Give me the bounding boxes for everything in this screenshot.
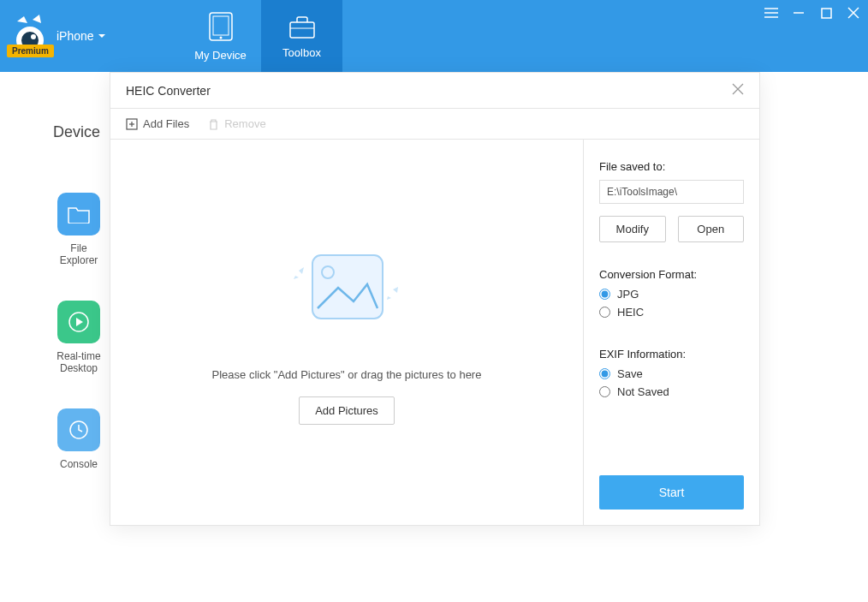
logo-area: iPhone Premium: [0, 0, 180, 72]
side-panel: File saved to: Modify Open Conversion Fo…: [584, 140, 759, 525]
tab-label: Toolbox: [282, 46, 321, 59]
tile-label: Console: [60, 458, 98, 470]
exif-section: EXIF Information: Save Not Saved: [599, 348, 744, 403]
svg-rect-4: [213, 16, 229, 35]
nav-tabs: My Device Toolbox: [180, 0, 342, 72]
tile-label: Real-time Desktop: [56, 350, 100, 374]
premium-badge: Premium: [7, 45, 54, 57]
tablet-icon: [208, 11, 234, 42]
add-files-button[interactable]: Add Files: [126, 117, 189, 130]
radio-label: JPG: [617, 288, 639, 301]
close-icon[interactable]: [846, 5, 861, 21]
remove-label: Remove: [224, 117, 265, 130]
modal-toolbar: Add Files Remove: [110, 109, 759, 140]
drop-hint-text: Please click "Add Pictures" or drag the …: [212, 368, 482, 381]
exif-option-notsaved[interactable]: Not Saved: [599, 385, 744, 398]
radio-input[interactable]: [599, 368, 610, 379]
heic-converter-modal: HEIC Converter Add Files Remove: [110, 72, 760, 526]
tab-label: My Device: [194, 49, 247, 62]
format-section: Conversion Format: JPG HEIC: [599, 268, 744, 324]
trash-icon: [208, 118, 219, 130]
radio-label: HEIC: [617, 306, 644, 319]
svg-rect-22: [312, 255, 383, 319]
radio-input[interactable]: [599, 307, 610, 318]
modal-close-icon[interactable]: [732, 81, 744, 99]
device-label: iPhone: [56, 29, 94, 43]
format-option-jpg[interactable]: JPG: [599, 288, 744, 301]
modify-button[interactable]: Modify: [599, 216, 666, 242]
app-header: iPhone Premium My Device Toolbox: [0, 0, 868, 72]
tile-console[interactable]: Console: [53, 408, 104, 470]
add-files-label: Add Files: [143, 117, 189, 130]
modal-titlebar: HEIC Converter: [110, 73, 759, 109]
modal-body: Please click "Add Pictures" or drag the …: [110, 140, 759, 525]
exif-option-save[interactable]: Save: [599, 367, 744, 380]
window-controls: [764, 5, 861, 21]
device-selector[interactable]: iPhone: [56, 29, 106, 43]
radio-input[interactable]: [599, 289, 610, 300]
format-label: Conversion Format:: [599, 268, 744, 281]
play-icon: [57, 301, 100, 343]
svg-rect-6: [290, 22, 314, 38]
clock-icon: [57, 408, 100, 451]
radio-input[interactable]: [599, 386, 610, 397]
radio-label: Not Saved: [617, 385, 669, 398]
tile-file-explorer[interactable]: File Explorer: [53, 193, 104, 266]
tile-realtime-desktop[interactable]: Real-time Desktop: [53, 301, 104, 374]
start-button[interactable]: Start: [599, 475, 744, 510]
remove-button: Remove: [208, 117, 265, 130]
svg-point-2: [31, 34, 36, 39]
format-option-heic[interactable]: HEIC: [599, 306, 744, 319]
radio-label: Save: [617, 367, 643, 380]
maximize-icon[interactable]: [818, 5, 834, 21]
svg-rect-12: [822, 9, 831, 18]
image-placeholder-icon: [278, 240, 415, 343]
folder-icon: [57, 193, 100, 235]
save-path-buttons: Modify Open: [599, 216, 744, 242]
file-saved-input[interactable]: [599, 180, 744, 204]
toolbox-icon: [288, 14, 317, 39]
minimize-icon[interactable]: [791, 5, 806, 21]
tab-my-device[interactable]: My Device: [180, 0, 261, 72]
modal-title: HEIC Converter: [126, 84, 211, 98]
add-pictures-button[interactable]: Add Pictures: [299, 396, 395, 425]
file-saved-label: File saved to:: [599, 160, 744, 173]
svg-point-5: [219, 36, 222, 39]
tab-toolbox[interactable]: Toolbox: [261, 0, 342, 72]
exif-label: EXIF Information:: [599, 348, 744, 361]
chevron-down-icon: [98, 32, 106, 40]
tile-label: File Explorer: [60, 242, 98, 266]
menu-icon[interactable]: [764, 5, 779, 21]
drop-area[interactable]: Please click "Add Pictures" or drag the …: [110, 140, 584, 525]
plus-icon: [126, 118, 138, 130]
open-button[interactable]: Open: [678, 216, 745, 242]
